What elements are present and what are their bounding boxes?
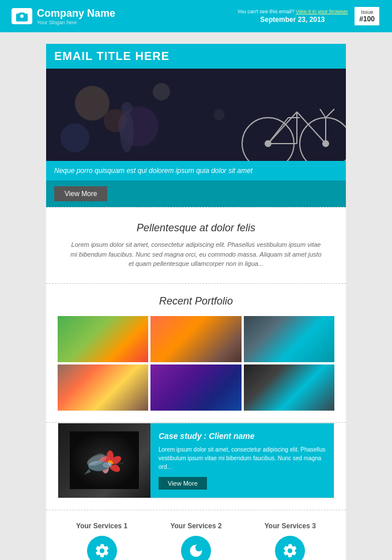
logo-group: Company Name Your Slogan here	[12, 7, 115, 25]
hero-bg-svg	[46, 69, 346, 161]
service-1-title: Your Services 1	[58, 522, 146, 530]
hero-view-more-button[interactable]: View More	[54, 186, 107, 201]
case-view-more-button[interactable]: View More	[159, 477, 207, 490]
hero-caption: Neque porro quisquam est qui dolorem ips…	[46, 161, 346, 181]
pell-body: Lorem ipsum dolor sit amet, consectetur …	[69, 240, 323, 269]
camera-icon	[16, 10, 28, 22]
portfolio-item[interactable]	[244, 364, 334, 411]
content-wrapper: EMAIL TITLE HERE	[0, 32, 392, 560]
service-3-icon-circle	[275, 536, 305, 561]
case-content: Case study : Client name Lorem ipsum dol…	[150, 423, 334, 498]
portfolio-item[interactable]	[244, 316, 334, 362]
header-right: You can't see this email? View it in you…	[237, 6, 380, 27]
email-body: EMAIL TITLE HERE	[46, 44, 346, 560]
issue-number: #100	[359, 15, 375, 23]
service-item-2: Your Services 2 Lorem ipsum dolor sit am…	[152, 522, 240, 561]
pell-title: Pellentesque at dolor felis	[69, 222, 323, 234]
hero-section: EMAIL TITLE HERE	[46, 44, 346, 207]
logo-icon	[12, 8, 32, 24]
portfolio-title: Recent Portfolio	[58, 295, 334, 307]
portfolio-item[interactable]	[150, 316, 241, 362]
gear-icon	[94, 543, 110, 559]
svg-point-3	[61, 123, 89, 152]
portfolio-grid	[58, 316, 334, 411]
svg-point-33	[109, 463, 110, 464]
svg-point-21	[121, 102, 133, 114]
svg-point-4	[153, 83, 170, 100]
view-in-browser: You can't see this email? View it in you…	[237, 9, 348, 14]
case-card: Case study : Client name Lorem ipsum dol…	[58, 423, 334, 498]
services-grid: Your Services 1 Lorem ipsum dolor sit am…	[58, 522, 334, 561]
case-body: Lorem ipsum dolor sit amet, consectetur …	[159, 445, 326, 471]
company-slogan: Your Slogan here	[37, 20, 115, 25]
service-item-3: Your Services 3 Lorem ipsum dolor sit am…	[246, 522, 334, 561]
case-study-section: Case study : Client name Lorem ipsum dol…	[46, 423, 346, 510]
hero-caption-text: Neque porro quisquam est qui dolorem ips…	[54, 167, 338, 175]
svg-point-30	[103, 462, 112, 468]
service-2-title: Your Services 2	[152, 522, 240, 530]
svg-point-6	[213, 109, 225, 121]
issue-badge: Issue #100	[353, 6, 380, 27]
hero-title: EMAIL TITLE HERE	[54, 50, 338, 63]
company-info: Company Name Your Slogan here	[37, 7, 115, 25]
portfolio-item[interactable]	[58, 316, 148, 362]
service-item-1: Your Services 1 Lorem ipsum dolor sit am…	[58, 522, 146, 561]
portfolio-item[interactable]	[150, 364, 241, 411]
hero-footer: View More	[46, 181, 346, 207]
hummingbird-svg	[70, 431, 139, 489]
header-date-block: You can't see this email? View it in you…	[237, 9, 348, 24]
hero-image	[46, 69, 346, 161]
service-1-icon-circle	[87, 536, 117, 561]
portfolio-section: Recent Portfolio	[46, 284, 346, 422]
header: Company Name Your Slogan here You can't …	[0, 0, 392, 32]
case-image	[58, 423, 150, 498]
case-title: Case study : Client name	[159, 431, 326, 441]
hero-title-bar: EMAIL TITLE HERE	[46, 44, 346, 69]
issue-date: September 23, 2013	[237, 16, 348, 24]
company-name: Company Name	[37, 7, 115, 20]
svg-point-20	[120, 112, 134, 152]
service-2-icon-circle	[181, 536, 211, 561]
services-section: Your Services 1 Lorem ipsum dolor sit am…	[46, 510, 346, 561]
settings-icon	[282, 543, 298, 559]
svg-point-1	[75, 86, 110, 121]
service-3-title: Your Services 3	[246, 522, 334, 530]
moon-icon	[188, 543, 204, 559]
portfolio-item[interactable]	[58, 364, 148, 411]
view-browser-link[interactable]: View it in your browser	[296, 9, 348, 14]
pellentesque-section: Pellentesque at dolor felis Lorem ipsum …	[46, 208, 346, 283]
issue-label: Issue	[359, 9, 375, 15]
